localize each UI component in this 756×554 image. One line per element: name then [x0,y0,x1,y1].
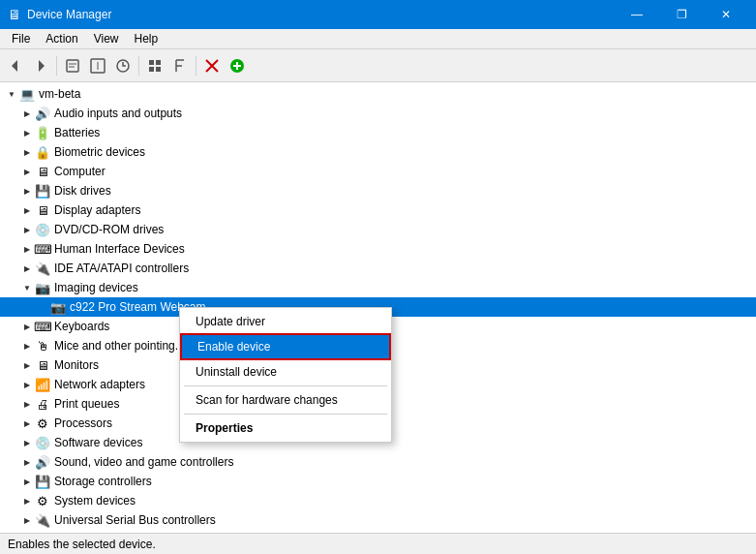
device-label-batteries: Batteries [54,126,100,139]
expand-icon-processors[interactable]: ▶ [19,416,35,431]
expand-icon-system[interactable]: ▶ [19,493,35,508]
device-label-display: Display adapters [54,203,140,217]
expand-icon-mice[interactable]: ▶ [19,338,35,354]
expand-icon-sound[interactable]: ▶ [19,454,35,470]
device-icon-hid: ⌨ [35,241,50,257]
tree-item-ide[interactable]: ▶🔌IDE ATA/ATAPI controllers [0,259,756,278]
title-bar-text: Device Manager [27,8,609,21]
svg-marker-1 [39,60,45,72]
tree-item-display[interactable]: ▶🖥Display adapters [0,200,756,220]
device-label-sound: Sound, video and game controllers [54,455,233,469]
device-icon-monitors: 🖥 [35,357,50,373]
device-label-imaging: Imaging devices [54,281,138,294]
tree-item-batteries[interactable]: ▶🔋Batteries [0,123,756,142]
device-icon-webcam: 📷 [50,299,66,315]
close-button[interactable]: ✕ [704,0,748,29]
title-bar-controls: — ❐ ✕ [615,0,748,29]
toolbar-sep-3 [196,56,197,76]
toolbar-forward[interactable] [29,54,52,77]
device-icon-sound: 🔊 [35,454,50,470]
device-icon-audio: 🔊 [35,106,50,121]
expand-icon-storage[interactable]: ▶ [19,474,35,489]
device-icon-vm-beta: 💻 [19,86,35,102]
tree-item-system[interactable]: ▶⚙System devices [0,491,756,510]
main-area: ▼💻vm-beta▶🔊Audio inputs and outputs▶🔋Bat… [0,82,756,533]
toolbar-back[interactable] [4,54,27,77]
svg-rect-10 [149,67,154,72]
expand-icon-usb[interactable]: ▶ [19,512,35,528]
device-label-hid: Human Interface Devices [54,242,185,256]
device-label-biometric: Biometric devices [54,145,145,159]
tree-item-dvd[interactable]: ▶💿DVD/CD-ROM drives [0,220,756,239]
tree-item-audio[interactable]: ▶🔊Audio inputs and outputs [0,104,756,123]
device-label-ide: IDE ATA/ATAPI controllers [54,262,189,275]
device-icon-batteries: 🔋 [35,125,50,140]
ctx-item-uninstall-device[interactable]: Uninstall device [180,360,391,384]
ctx-item-enable-device[interactable]: Enable device [180,333,391,360]
expand-icon-print[interactable]: ▶ [19,396,35,412]
tree-item-usb[interactable]: ▶🔌Universal Serial Bus controllers [0,510,756,530]
expand-icon-disk[interactable]: ▶ [19,183,35,199]
device-label-audio: Audio inputs and outputs [54,107,182,120]
expand-icon-audio[interactable]: ▶ [19,106,35,121]
expand-icon-dvd[interactable]: ▶ [19,222,35,237]
device-icon-system: ⚙ [35,493,50,508]
svg-marker-0 [12,60,17,72]
tree-item-sound[interactable]: ▶🔊Sound, video and game controllers [0,452,756,472]
minimize-button[interactable]: — [615,0,659,29]
device-icon-imaging: 📷 [35,280,50,295]
toolbar-scan[interactable] [86,54,109,77]
expand-icon-software[interactable]: ▶ [19,435,35,450]
expand-icon-display[interactable]: ▶ [19,202,35,218]
device-label-mice: Mice and other pointing... [54,339,185,353]
expand-icon-computer[interactable]: ▶ [19,164,35,179]
device-icon-computer: 🖥 [35,164,50,179]
tree-item-disk[interactable]: ▶💾Disk drives [0,181,756,200]
expand-icon-vm-beta[interactable]: ▼ [4,86,19,102]
tree-item-storage[interactable]: ▶💾Storage controllers [0,472,756,491]
device-icon-ide: 🔌 [35,261,50,276]
device-icon-biometric: 🔒 [35,144,50,160]
tree-item-hid[interactable]: ▶⌨Human Interface Devices [0,239,756,259]
menu-action[interactable]: Action [38,29,85,49]
device-label-network: Network adapters [54,378,145,391]
toolbar-remove[interactable] [200,54,224,77]
maximize-button[interactable]: ❐ [659,0,704,29]
tree-item-computer[interactable]: ▶🖥Computer [0,162,756,181]
expand-icon-batteries[interactable]: ▶ [19,125,35,140]
tree-item-vm-beta[interactable]: ▼💻vm-beta [0,84,756,104]
toolbar-add[interactable] [226,54,249,77]
toolbar-display-type[interactable] [143,54,166,77]
svg-rect-9 [156,60,161,65]
device-icon-disk: 💾 [35,183,50,199]
status-text: Enables the selected device. [8,538,156,551]
expand-icon-webcam[interactable] [35,299,50,315]
device-label-storage: Storage controllers [54,475,152,488]
expand-icon-ide[interactable]: ▶ [19,261,35,276]
title-bar: 🖥 Device Manager — ❐ ✕ [0,0,756,29]
expand-icon-monitors[interactable]: ▶ [19,357,35,373]
device-icon-processors: ⚙ [35,416,50,431]
device-icon-storage: 💾 [35,474,50,489]
toolbar-update[interactable] [111,54,135,77]
toolbar-display-connection[interactable] [168,54,192,77]
toolbar [0,49,756,82]
toolbar-properties[interactable] [61,54,84,77]
device-label-dvd: DVD/CD-ROM drives [54,223,164,236]
expand-icon-imaging[interactable]: ▼ [19,280,35,295]
menu-bar: File Action View Help [0,29,756,49]
expand-icon-biometric[interactable]: ▶ [19,144,35,160]
tree-item-imaging[interactable]: ▼📷Imaging devices [0,278,756,297]
ctx-item-properties[interactable]: Properties [180,416,391,440]
menu-help[interactable]: Help [127,29,166,49]
menu-file[interactable]: File [4,29,38,49]
tree-item-biometric[interactable]: ▶🔒Biometric devices [0,142,756,162]
device-label-keyboards: Keyboards [54,320,109,333]
device-icon-mice: 🖱 [35,338,50,354]
device-icon-usb: 🔌 [35,512,50,528]
device-icon-display: 🖥 [35,202,50,218]
ctx-item-scan-hardware[interactable]: Scan for hardware changes [180,388,391,412]
menu-view[interactable]: View [86,29,127,49]
ctx-item-update-driver[interactable]: Update driver [180,310,391,333]
expand-icon-network[interactable]: ▶ [19,377,35,392]
